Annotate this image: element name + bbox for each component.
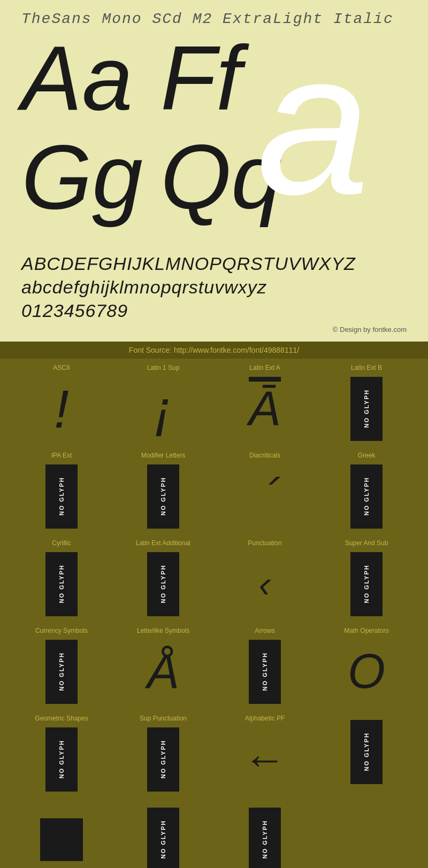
cell-row6d — [318, 802, 415, 868]
glyph-row6d — [332, 805, 401, 868]
no-glyph-ipaext: NO GLYPH — [45, 464, 78, 529]
alphabet-upper: ABCDEFGHIJKLMNOPQRSTUVWXYZ — [21, 252, 407, 275]
glyph-punctuation: ‹ — [230, 549, 300, 619]
label-alphabeticpf: Alphabetic PF — [245, 715, 285, 722]
char-letterlike: Å — [147, 644, 179, 699]
glyph-latinexta: Ā — [230, 374, 300, 444]
glyph-large-a: a — [257, 22, 428, 225]
no-glyph-empty4: NO GLYPH — [350, 720, 383, 784]
glyph-aa: Aa — [21, 33, 133, 123]
grid-row-1: ASCII ! Latin 1 Sup ¡ Latin Ext A Ā Lati… — [11, 364, 417, 446]
no-glyph-row6b: NO GLYPH — [147, 808, 179, 868]
grid-row-3: Cyrillic NO GLYPH Latin Ext Additional N… — [11, 539, 417, 622]
cell-greek: Greek NO GLYPH — [318, 452, 415, 534]
char-arrow-left: ← — [243, 735, 286, 784]
glyph-greek: NO GLYPH — [332, 462, 401, 531]
glyph-row6b: NO GLYPH — [128, 805, 198, 868]
cell-currency: Currency Symbols NO GLYPH — [13, 627, 110, 709]
char-punctuation: ‹ — [258, 563, 271, 606]
cell-latinextb: Latin Ext B NO GLYPH — [318, 364, 415, 446]
char-diacritic: ˊ — [254, 471, 276, 521]
label-greek: Greek — [358, 452, 376, 459]
no-glyph-text: NO GLYPH — [363, 389, 370, 428]
label-suppunct: Sup Punctuation — [140, 715, 187, 722]
char-amacron: Ā — [249, 381, 281, 436]
no-glyph-latinextadd: NO GLYPH — [147, 552, 179, 616]
glyph-ascii: ! — [27, 374, 96, 444]
black-square-shape — [40, 818, 83, 861]
cell-diacriticals: Diacriticals ˊ — [217, 452, 313, 534]
glyph-alphabeticpf: ← — [230, 725, 300, 794]
char-iexcl: ¡ — [154, 382, 172, 436]
no-glyph-suppunct: NO GLYPH — [147, 727, 179, 792]
label-superandsub: Super And Sub — [345, 539, 388, 547]
copyright: © Design by fontke.com — [21, 326, 407, 336]
no-glyph-modletters: NO GLYPH — [147, 464, 179, 529]
no-glyph-row6c: NO GLYPH — [249, 808, 281, 868]
glyph-empty4: NO GLYPH — [332, 717, 401, 787]
no-glyph-greek: NO GLYPH — [350, 464, 383, 529]
glyph-blacksquare — [27, 805, 96, 868]
cell-suppunct: Sup Punctuation NO GLYPH — [115, 715, 211, 797]
alphabet-section: ABCDEFGHIJKLMNOPQRSTUVWXYZ abcdefghijklm… — [21, 252, 407, 323]
label-cyrillic: Cyrillic — [52, 539, 71, 547]
glyph-geoshapes: NO GLYPH — [27, 725, 96, 794]
glyph-cyrillic: NO GLYPH — [27, 549, 96, 619]
glyph-suppunct: NO GLYPH — [128, 725, 198, 794]
label-latinextb: Latin Ext B — [351, 364, 382, 371]
cell-ipaext: IPA Ext NO GLYPH — [13, 452, 110, 534]
cell-superandsub: Super And Sub NO GLYPH — [318, 539, 415, 622]
char-exclaim: ! — [54, 382, 69, 436]
glyph-latin1sup: ¡ — [128, 374, 198, 444]
glyph-latinextb: NO GLYPH — [332, 374, 401, 444]
cell-arrows: Arrows NO GLYPH — [217, 627, 313, 709]
cell-latinexta: Latin Ext A Ā — [217, 364, 313, 446]
cell-blacksquare — [13, 802, 110, 868]
label-mathops: Math Operators — [344, 627, 388, 634]
digits: 0123456789 — [21, 299, 407, 322]
cell-punctuation: Punctuation ‹ — [217, 539, 313, 622]
label-currency: Currency Symbols — [35, 627, 88, 634]
label-geoshapes: Geometric Shapes — [35, 715, 88, 722]
label-latinextadd: Latin Ext Additional — [136, 539, 190, 547]
no-glyph-latinextb: NO GLYPH — [350, 377, 383, 441]
label-ipaext: IPA Ext — [51, 452, 72, 459]
label-ascii: ASCII — [53, 364, 70, 371]
glyph-latinextadd: NO GLYPH — [128, 549, 198, 619]
glyph-letterlike: Å — [128, 637, 198, 707]
source-bar: Font Source: http://www.fontke.com/font/… — [0, 342, 428, 359]
cell-mathops: Math Operators O — [318, 627, 415, 709]
grid-row-4: Currency Symbols NO GLYPH Letterlike Sym… — [11, 627, 417, 709]
grid-row-6: NO GLYPH NO GLYPH — [11, 802, 417, 868]
cell-latinextadd: Latin Ext Additional NO GLYPH — [115, 539, 211, 622]
cell-geoshapes: Geometric Shapes NO GLYPH — [13, 715, 110, 797]
label-punctuation: Punctuation — [248, 539, 281, 547]
label-latin1sup: Latin 1 Sup — [147, 364, 180, 371]
grid-row-5: Geometric Shapes NO GLYPH Sup Punctuatio… — [11, 715, 417, 797]
label-letterlike: Letterlike Symbols — [137, 627, 189, 634]
alphabet-lower: abcdefghijklmnopqrstuvwxyz — [21, 275, 407, 299]
no-glyph-currency: NO GLYPH — [45, 640, 78, 704]
source-text: Font Source: http://www.fontke.com/font/… — [129, 346, 299, 354]
cell-ascii: ASCII ! — [13, 364, 110, 446]
label-arrows: Arrows — [255, 627, 274, 634]
cell-letterlike: Letterlike Symbols Å — [115, 627, 211, 709]
cell-modletters: Modifier Letters NO GLYPH — [115, 452, 211, 534]
glyph-gg: Gg — [21, 131, 143, 222]
glyph-modletters: NO GLYPH — [128, 462, 198, 531]
glyph-row6c: NO GLYPH — [230, 805, 300, 868]
no-glyph-geoshapes: NO GLYPH — [45, 727, 78, 792]
no-glyph-cyrillic: NO GLYPH — [45, 552, 78, 616]
cell-empty4: NO GLYPH — [318, 715, 415, 797]
glyph-diacriticals: ˊ — [230, 462, 300, 531]
char-mathop: O — [348, 644, 385, 699]
label-latinexta: Latin Ext A — [249, 364, 280, 371]
cell-latin1sup: Latin 1 Sup ¡ — [115, 364, 211, 446]
glyph-grid: ASCII ! Latin 1 Sup ¡ Latin Ext A Ā Lati… — [0, 359, 428, 868]
glyph-currency: NO GLYPH — [27, 637, 96, 707]
cell-cyrillic: Cyrillic NO GLYPH — [13, 539, 110, 622]
cell-alphabeticpf: Alphabetic PF ← — [217, 715, 313, 797]
glyph-superandsub: NO GLYPH — [332, 549, 401, 619]
cell-row6b: NO GLYPH — [115, 802, 211, 868]
no-glyph-superandsub: NO GLYPH — [350, 552, 383, 616]
